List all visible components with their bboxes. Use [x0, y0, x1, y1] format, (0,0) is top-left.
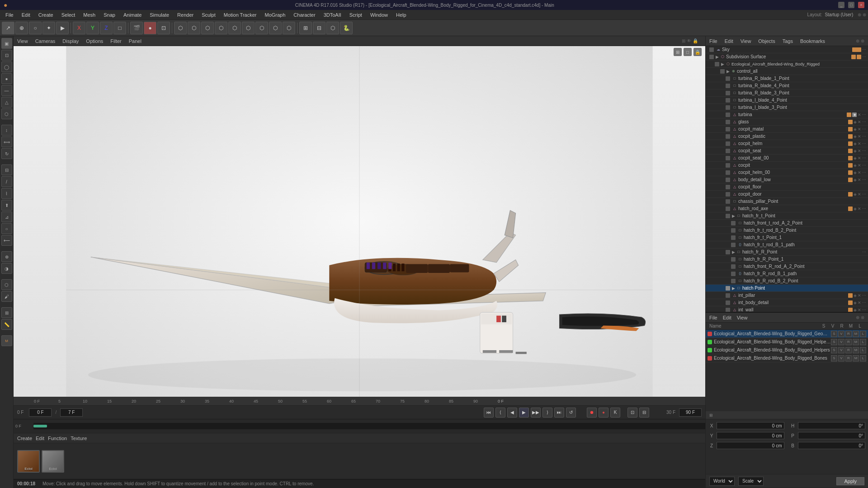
- obj-control-all[interactable]: ▶ ⊕ control_all: [706, 68, 868, 75]
- vp-menu-options[interactable]: Options: [86, 38, 103, 44]
- tool-rotate2[interactable]: ↻: [1, 148, 12, 159]
- obj-cocpit-seat00[interactable]: △ cocpit_seat_00 ◈ ✕ ⋯: [706, 155, 868, 162]
- minimize-button[interactable]: _: [838, 2, 844, 8]
- tool-polygon[interactable]: △: [1, 97, 12, 108]
- menu-file[interactable]: File: [2, 11, 17, 19]
- axis-z[interactable]: Z: [100, 22, 113, 34]
- tool-live[interactable]: ⬡: [1, 108, 12, 119]
- select-tool[interactable]: ↗: [2, 22, 14, 34]
- tool-loop[interactable]: ○: [1, 223, 12, 234]
- play-reverse-button[interactable]: ◀: [507, 408, 517, 418]
- bottom-menu-view[interactable]: View: [737, 315, 748, 320]
- mode-tool[interactable]: ▶: [56, 22, 69, 34]
- tool-mirror[interactable]: ⊟: [1, 164, 12, 175]
- snap-tool[interactable]: ⊟: [313, 22, 326, 34]
- obj-cocpit-floor[interactable]: △ cocpit_floor: [706, 183, 868, 191]
- tool-bridge[interactable]: ⌇: [1, 188, 12, 199]
- light-tool[interactable]: ⬡: [228, 22, 241, 34]
- tool-paint[interactable]: 🖌: [1, 291, 12, 302]
- move-tool[interactable]: ⊕: [15, 22, 28, 34]
- vp-menu-view[interactable]: View: [17, 38, 28, 44]
- material-swatch-0[interactable]: Eclol: [17, 450, 40, 473]
- obj-subdiv[interactable]: ▶ ⬡ Subdivision Surface ⋯: [706, 53, 868, 61]
- frame-field[interactable]: [29, 408, 52, 417]
- camera-tool[interactable]: ⬡: [215, 22, 227, 34]
- vp-menu-display[interactable]: Display: [62, 38, 79, 44]
- menu-mesh[interactable]: Mesh: [80, 11, 99, 19]
- mat-menu-create[interactable]: Create: [17, 436, 32, 441]
- record-button[interactable]: ⏺: [587, 408, 597, 418]
- vp-expand-icon[interactable]: ⊞: [674, 48, 682, 56]
- play-button[interactable]: ▶: [519, 408, 529, 418]
- obj-chassis-pillar[interactable]: □ chassis_pillar_Point: [706, 198, 868, 205]
- axis-y[interactable]: Y: [86, 22, 99, 34]
- obj-hatch-point[interactable]: ▶ □ hatch Point: [706, 285, 868, 292]
- tool-knife[interactable]: /: [1, 176, 12, 187]
- menu-animate[interactable]: Animate: [120, 11, 145, 19]
- maximize-button[interactable]: □: [848, 2, 854, 8]
- world-dropdown[interactable]: World: [709, 477, 735, 486]
- menu-help[interactable]: Help: [392, 11, 410, 19]
- bottom-item-helpers[interactable]: Ecological_Aircraft_Blended-Wing_Body_Ri…: [706, 346, 868, 354]
- polygon-tool[interactable]: ⬡: [174, 22, 187, 34]
- obj-hatch-fr-r[interactable]: ▶ □ hatch_fr_R_Point ⋯: [706, 249, 868, 256]
- obj-hatch-fr-r-point1[interactable]: □ hatch_fr_R_Point_1: [706, 256, 868, 263]
- obj-hatch-fr-t-point1[interactable]: □ hatch_fr_t_Point_1: [706, 234, 868, 241]
- scale-dropdown[interactable]: Scale: [738, 477, 764, 486]
- obj-turbina-r4[interactable]: □ turbina_R_blade_4_Point: [706, 82, 868, 89]
- obj-hatch-fr-t-rod-b1-path[interactable]: ⟨⟩ hatch_fr_t_rod_B_1_path: [706, 241, 868, 249]
- obj-menu-view[interactable]: View: [741, 38, 751, 44]
- vp-menu-filter[interactable]: Filter: [110, 38, 121, 44]
- key-next-button[interactable]: ⟩: [542, 408, 552, 418]
- bottom-menu-file[interactable]: File: [709, 315, 717, 320]
- tool-bevel[interactable]: ⊿: [1, 211, 12, 222]
- timeline-panel-button[interactable]: ⊟: [639, 408, 649, 418]
- autokey-tool[interactable]: ⬡: [326, 22, 339, 34]
- render-active[interactable]: ●: [144, 22, 156, 34]
- menu-render[interactable]: Render: [174, 11, 197, 19]
- end-frame-field[interactable]: [679, 408, 702, 417]
- obj-cocpit-plastic[interactable]: △ cocpit_plastic ◈ ✕ ⋯: [706, 133, 868, 140]
- obj-turbina[interactable]: △ turbina ◈ ✕ ⋯: [706, 111, 868, 118]
- spline-tool[interactable]: ⬡: [188, 22, 200, 34]
- menu-window[interactable]: Window: [367, 11, 392, 19]
- vp-menu-cameras[interactable]: Cameras: [35, 38, 56, 44]
- obj-hatch-front-t-rod-a2[interactable]: □ hatch_front_t_rod_A_2_Point: [706, 220, 868, 227]
- bottom-item-bones[interactable]: Ecological_Aircraft_Blended-Wing_Body_Ri…: [706, 354, 868, 362]
- obj-hatch-fr-t-rod-b2[interactable]: □ hatch_fr_t_rod_B_2_Point: [706, 227, 868, 234]
- tool-model[interactable]: ▣: [1, 38, 12, 49]
- obj-cocpit-door[interactable]: △ cocpit_door ◈ ✕ ⋯: [706, 191, 868, 198]
- record-all-button[interactable]: ●: [599, 408, 609, 418]
- render-preview[interactable]: 🎬: [130, 22, 143, 34]
- tool-texture[interactable]: ⬡: [1, 279, 12, 290]
- menu-sculpt[interactable]: Sculpt: [198, 11, 219, 19]
- loop-button[interactable]: ↺: [566, 408, 576, 418]
- mat-menu-texture[interactable]: Texture: [71, 436, 87, 441]
- key-prev-button[interactable]: ⟨: [495, 408, 505, 418]
- tool-measure[interactable]: 📏: [1, 319, 12, 330]
- grid-tool[interactable]: ⊞: [299, 22, 312, 34]
- mat-menu-function[interactable]: Function: [48, 436, 67, 441]
- obj-hatch-fr-r-rod-b2[interactable]: □ hatch_fr_R_rod_B_2_Point: [706, 277, 868, 285]
- obj-menu-edit[interactable]: Edit: [725, 38, 733, 44]
- obj-hatch-fr-r-rod-b1-path[interactable]: ⟨⟩ hatch_fr_R_rod_B_1_path: [706, 270, 868, 277]
- obj-hatch-rod-axe[interactable]: △ hatch_rod_axe ◈ ✕ ⋯: [706, 205, 868, 212]
- pos-y-field[interactable]: [717, 432, 784, 439]
- obj-menu-tags[interactable]: Tags: [783, 38, 793, 44]
- bottom-item-geometry[interactable]: Ecological_Aircraft_Blended-Wing_Body_Ri…: [706, 330, 868, 338]
- close-button[interactable]: ×: [858, 2, 864, 8]
- obj-int-wall[interactable]: △ int_wall ◈ ✕ ⋯: [706, 306, 868, 312]
- play-forward2-button[interactable]: ▶▶: [531, 408, 541, 418]
- tool-move[interactable]: ↕: [1, 125, 12, 136]
- frame-field-b[interactable]: [60, 408, 83, 417]
- obj-cocpit-matal[interactable]: △ cocpit_matal ◈ ✕ ⋯: [706, 126, 868, 133]
- rot-p-field[interactable]: [798, 432, 866, 439]
- obj-body-detail-low[interactable]: △ body_detail_low ◈ ✕ ⋯: [706, 176, 868, 183]
- material-swatch-1[interactable]: Eclol: [42, 450, 64, 473]
- obj-sky[interactable]: ☁ Sky ⋯: [706, 46, 868, 53]
- menu-3dtoall[interactable]: 3DToAII: [320, 11, 345, 19]
- tool-slide[interactable]: ⟵: [1, 235, 12, 246]
- tool-scale2[interactable]: ⟺: [1, 136, 12, 147]
- key-button[interactable]: K: [610, 408, 620, 418]
- obj-aircraft[interactable]: ▶ ⬡ Ecological_Aircraft_Blended-Wing_Bod…: [706, 61, 868, 68]
